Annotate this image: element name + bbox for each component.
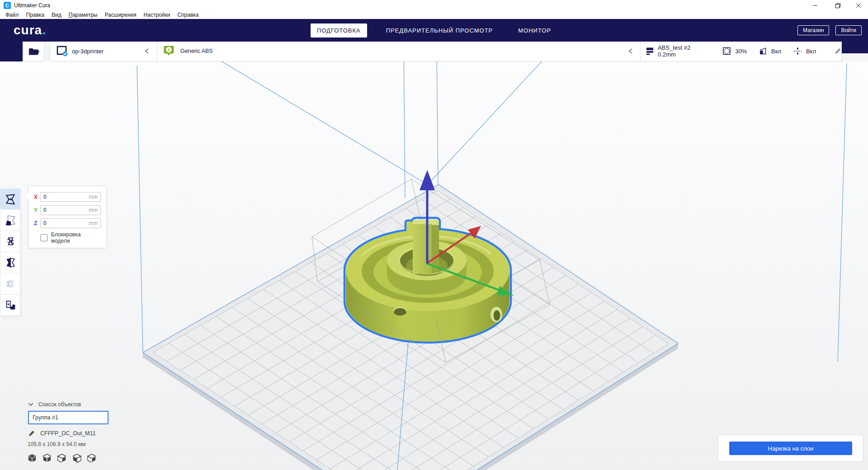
profile-name: ABS_test #2 0.2mm [658,44,707,58]
extruder-number: 1 [168,47,170,52]
lock-model-checkbox[interactable] [40,234,47,241]
tool-scale[interactable] [0,210,20,231]
restore-icon [835,3,841,9]
config-divider-1 [157,42,157,61]
model-dimensions: 105.8 x 106.9 x 54.0 мм [28,441,86,447]
view-cube-icons [27,454,97,463]
group-name-input[interactable] [28,411,108,424]
extruder-icon: 1 [163,45,175,57]
support-blocker-icon [5,299,16,311]
menu-bar: Файл Правка Вид Параметры Расширения Нас… [0,11,868,19]
model-file-name: CFFFP_DC_Out_M11 [40,430,96,437]
move-tool-panel: X mm Y mm Z mm Блокировка модели [28,186,107,248]
config-bar: op-3dprinter 1 Generic ABS ABS_test #2 0… [50,42,842,61]
infill-icon [722,47,731,56]
support-value: Вкл [771,48,781,55]
panel-notch [25,193,29,200]
layers-icon [646,47,654,56]
printer-name: op-3dprinter [72,48,104,55]
open-file-button[interactable] [24,42,44,61]
config-divider-2 [640,42,641,61]
app-icon: C [4,2,11,9]
main-header: cura. ПОДГОТОВКА ПРЕДВАРИТЕЛЬНЫЙ ПРОСМОТ… [0,19,868,42]
open-folder-icon [28,46,40,57]
restore-button[interactable] [831,0,844,11]
slice-button[interactable]: Нарезка на слои [729,442,852,455]
object-list-item[interactable]: CFFFP_DC_Out_M11 [28,430,96,437]
menu-settings[interactable]: Параметры [65,11,101,19]
rename-pencil-icon [28,430,35,437]
menu-help[interactable]: Справка [174,11,202,19]
lock-model-label: Блокировка модели [51,231,101,244]
move-icon [5,193,16,205]
edit-settings-pencil-icon[interactable] [835,47,841,55]
menu-edit[interactable]: Правка [23,11,48,19]
tool-panel [0,188,20,316]
tool-rotate[interactable] [0,231,20,252]
z-unit-label: mm [89,220,98,226]
chevron-down-icon [28,403,33,406]
material-selector[interactable]: 1 Generic ABS [163,42,213,61]
header-corner-right [842,42,868,53]
close-button[interactable] [852,0,865,11]
tab-monitor[interactable]: МОНИТОР [512,24,557,38]
marketplace-button[interactable]: Магазин [797,25,829,35]
settings-collapse-chevron[interactable] [628,48,633,54]
object-list-title: Список объектов [38,401,81,408]
tab-prepare[interactable]: ПОДГОТОВКА [311,24,367,38]
cube-icon-5[interactable] [87,454,97,463]
z-axis-label: Z [34,220,40,226]
menu-preferences[interactable]: Настройки [140,11,174,19]
menu-extensions[interactable]: Расширения [101,11,140,19]
tool-support-blocker[interactable] [0,295,20,316]
tool-move[interactable] [0,188,20,210]
mirror-icon [5,257,16,268]
y-unit-label: mm [89,207,98,213]
x-axis-label: X [34,194,40,200]
cube-icon-3[interactable] [57,454,67,463]
y-axis-label: Y [34,207,40,213]
adhesion-icon [793,47,802,56]
minimize-icon [812,3,818,8]
close-icon [856,3,861,8]
adhesion-value: Вкл [806,48,816,55]
support-icon [759,47,767,56]
printer-selector[interactable]: op-3dprinter [57,42,151,61]
tool-per-model-settings[interactable] [0,273,20,295]
viewport-3d[interactable] [0,61,868,470]
cube-icon-1[interactable] [27,454,37,463]
menu-file[interactable]: Файл [2,11,23,19]
cube-icon-4[interactable] [72,454,82,463]
model-tab [413,224,432,274]
x-unit-label: mm [89,194,98,200]
per-model-settings-icon [5,278,16,290]
stage-tabs: ПОДГОТОВКА ПРЕДВАРИТЕЛЬНЫЙ ПРОСМОТР МОНИ… [0,19,868,42]
action-panel: Нарезка на слои [718,435,863,462]
header-corner-left [0,42,23,61]
material-name: Generic ABS [180,48,213,54]
menu-view[interactable]: Вид [48,11,65,19]
tab-preview[interactable]: ПРЕДВАРИТЕЛЬНЫЙ ПРОСМОТР [380,24,500,38]
object-list-header[interactable]: Список объектов [28,401,81,408]
rotate-icon [5,235,16,247]
title-bar: C Ultimaker Cura [0,0,868,11]
print-settings-selector[interactable]: ABS_test #2 0.2mm 30% Вкл Вкл [646,42,841,61]
window-title: Ultimaker Cura [14,2,50,9]
tool-mirror[interactable] [0,252,20,273]
minimize-button[interactable] [808,0,822,11]
infill-value: 30% [735,48,747,55]
sign-in-button[interactable]: Войти [835,25,862,35]
printer-icon [57,46,68,56]
printer-collapse-chevron[interactable] [144,48,150,54]
scale-icon [5,214,16,226]
cube-icon-2[interactable] [42,454,52,463]
